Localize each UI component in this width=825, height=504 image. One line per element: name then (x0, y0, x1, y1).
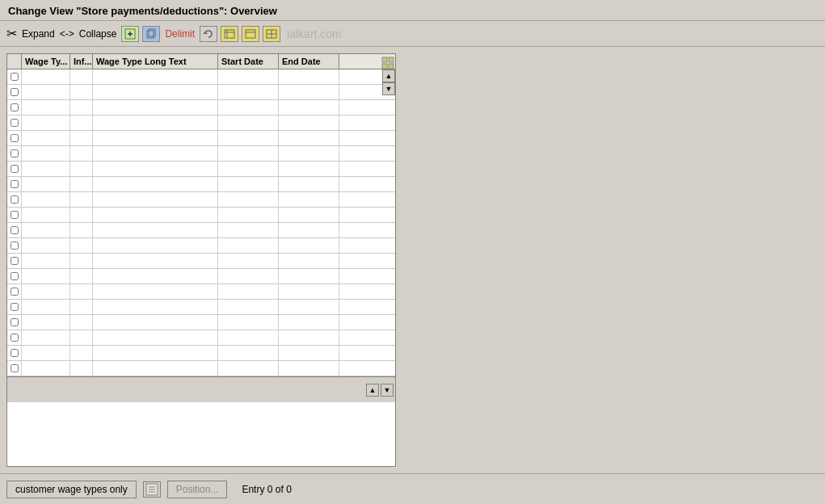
header-row-num (7, 54, 22, 69)
scissors-icon[interactable]: ✂ (6, 26, 17, 41)
table-cell-0 (22, 69, 70, 84)
table-cell-1 (70, 315, 93, 330)
row-checkbox-input[interactable] (11, 195, 19, 204)
row-checkbox-input[interactable] (11, 318, 19, 326)
row-select-checkbox[interactable] (7, 146, 22, 161)
scroll-down-btn[interactable]: ▲ (366, 384, 379, 397)
row-select-checkbox[interactable] (7, 69, 22, 84)
table-cell-3 (218, 177, 279, 191)
row-checkbox-input[interactable] (11, 119, 19, 127)
collapse-button[interactable]: Collapse (78, 28, 119, 40)
table-cell-1 (70, 162, 93, 176)
new-entries-icon[interactable] (121, 26, 139, 42)
table-cell-2 (93, 223, 218, 237)
row-select-checkbox[interactable] (7, 346, 22, 360)
row-select-checkbox[interactable] (7, 269, 22, 284)
customer-wage-types-button[interactable]: customer wage types only (6, 481, 137, 498)
row-select-checkbox[interactable] (7, 330, 22, 345)
table-row[interactable] (7, 177, 395, 192)
position-button[interactable]: Position... (167, 481, 228, 498)
table-cell-4 (279, 162, 339, 176)
row-select-checkbox[interactable] (7, 361, 22, 376)
row-select-checkbox[interactable] (7, 208, 22, 222)
row-checkbox-input[interactable] (11, 226, 19, 234)
icon5[interactable] (242, 26, 259, 42)
table-row[interactable] (7, 284, 395, 300)
row-select-checkbox[interactable] (7, 131, 22, 145)
table-row[interactable] (7, 100, 395, 116)
row-select-checkbox[interactable] (7, 300, 22, 314)
row-select-checkbox[interactable] (7, 116, 22, 130)
row-checkbox-input[interactable] (11, 334, 19, 342)
table-row[interactable] (7, 162, 395, 177)
table-row[interactable] (7, 146, 395, 162)
row-select-checkbox[interactable] (7, 315, 22, 330)
row-select-checkbox[interactable] (7, 85, 22, 99)
table-row[interactable] (7, 85, 395, 100)
table-cell-0 (22, 223, 70, 237)
table-cell-0 (22, 100, 70, 115)
table-cell-3 (218, 300, 279, 314)
table-row[interactable] (7, 300, 395, 315)
scroll-up-btn[interactable]: ▲ (382, 69, 395, 82)
scroll-down-fast-btn[interactable]: ▼ (382, 82, 395, 95)
table-row[interactable] (7, 238, 395, 254)
row-checkbox-input[interactable] (11, 242, 19, 250)
row-checkbox-input[interactable] (11, 103, 19, 111)
row-select-checkbox[interactable] (7, 254, 22, 268)
copy-icon[interactable] (142, 26, 160, 42)
row-checkbox-input[interactable] (11, 272, 19, 280)
table-row[interactable] (7, 131, 395, 146)
table-cell-1 (70, 269, 93, 284)
table-row[interactable] (7, 361, 395, 376)
undo-icon[interactable] (200, 26, 217, 42)
delimit-button[interactable]: Delimit (163, 28, 196, 40)
row-checkbox-input[interactable] (11, 257, 19, 265)
table-row[interactable] (7, 269, 395, 284)
position-icon[interactable] (143, 481, 161, 498)
row-checkbox-input[interactable] (11, 134, 19, 142)
table-cell-4 (279, 177, 339, 191)
row-checkbox-input[interactable] (11, 180, 19, 188)
row-select-checkbox[interactable] (7, 223, 22, 237)
table-row[interactable] (7, 192, 395, 208)
row-checkbox-input[interactable] (11, 288, 19, 296)
row-select-checkbox[interactable] (7, 238, 22, 253)
table-cell-0 (22, 131, 70, 145)
table-row[interactable] (7, 315, 395, 330)
table-row[interactable] (7, 346, 395, 361)
icon4[interactable] (221, 26, 238, 42)
table-row[interactable] (7, 208, 395, 223)
table-cell-0 (22, 315, 70, 330)
row-checkbox-input[interactable] (11, 73, 19, 81)
row-checkbox-input[interactable] (11, 88, 19, 96)
row-checkbox-input[interactable] (11, 149, 19, 158)
row-checkbox-input[interactable] (11, 303, 19, 311)
row-checkbox-input[interactable] (11, 349, 19, 357)
row-checkbox-input[interactable] (11, 165, 19, 173)
row-select-checkbox[interactable] (7, 192, 22, 207)
row-select-checkbox[interactable] (7, 177, 22, 191)
grid-settings-icon[interactable] (381, 56, 395, 70)
row-select-checkbox[interactable] (7, 100, 22, 115)
table-row[interactable] (7, 330, 395, 346)
table-cell-1 (70, 208, 93, 222)
expand-button[interactable]: Expand (20, 28, 57, 40)
table-cell-4 (279, 346, 339, 360)
row-select-checkbox[interactable] (7, 284, 22, 299)
row-checkbox-input[interactable] (11, 364, 19, 372)
table-row[interactable] (7, 254, 395, 269)
table-row[interactable] (7, 116, 395, 131)
table-row[interactable] (7, 223, 395, 238)
scroll-bottom-btn[interactable]: ▼ (381, 384, 394, 397)
table-row[interactable] (7, 69, 395, 85)
table-cell-4 (279, 131, 339, 145)
table-cell-2 (93, 116, 218, 130)
page-title: Change View "Store payments/deductions":… (8, 5, 277, 17)
row-select-checkbox[interactable] (7, 162, 22, 176)
row-checkbox-input[interactable] (11, 211, 19, 219)
table-cell-3 (218, 284, 279, 299)
table-cell-0 (22, 146, 70, 161)
icon6[interactable] (263, 26, 280, 42)
table-cell-3 (218, 146, 279, 161)
